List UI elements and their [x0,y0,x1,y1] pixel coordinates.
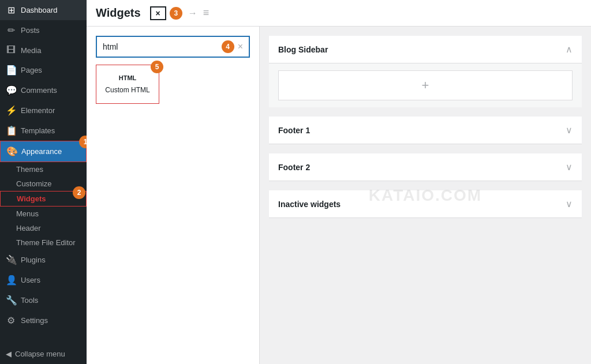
sidebar-item-users[interactable]: 👤 Users [0,270,87,290]
tools-icon: 🔧 [6,295,16,306]
sidebar-item-label: Dashboard [21,6,58,14]
footer1-section: Footer 1 ∨ [269,117,582,144]
sidebar-item-label: Plugins [21,256,46,264]
step4-badge: 4 [222,40,234,53]
blog-sidebar-content: + [269,63,582,107]
footer2-header[interactable]: Footer 2 ∨ [269,153,582,181]
footer2-toggle-icon[interactable]: ∨ [566,162,573,172]
plugins-icon: 🔌 [6,254,16,265]
menu-lines-icon[interactable]: ≡ [203,7,210,19]
sidebar-item-templates[interactable]: 📋 Templates [0,121,87,141]
widgets-panel: 4 × HTML 5 Custom HTML [87,27,260,364]
users-icon: 👤 [6,275,16,286]
sidebar-item-settings[interactable]: ⚙ Settings [0,310,87,331]
inactive-widgets-header[interactable]: Inactive widgets ∨ [269,190,582,218]
forward-arrow-icon: → [188,8,197,18]
footer1-title: Footer 1 [278,126,310,135]
sidebar-item-pages[interactable]: 📄 Pages [0,60,87,80]
collapse-icon: ◀ [6,350,12,358]
step3-badge: 3 [170,7,182,20]
page-title: Widgets [96,6,141,20]
sidebar-item-label: Appearance [21,147,62,156]
footer1-header[interactable]: Footer 1 ∨ [269,117,582,144]
sidebar-item-tools[interactable]: 🔧 Tools [0,290,87,310]
sidebar-item-label: Templates [21,126,55,135]
appearance-submenu: Themes Customize 2 Widgets Menus Header … [0,162,87,250]
topbar: Widgets × 3 → ≡ [87,0,591,27]
templates-icon: 📋 [6,125,16,136]
footer2-section: Footer 2 ∨ [269,153,582,181]
search-input[interactable] [103,42,218,51]
sidebar-item-label: Posts [21,26,40,35]
sidebar-item-label: Comments [21,86,57,95]
submenu-theme-file-editor[interactable]: Theme File Editor [0,235,87,250]
collapse-label: Collapse menu [15,350,65,358]
main-area: Widgets × 3 → ≡ 4 × HTML 5 Custom HTML [87,0,591,364]
sidebar-item-label: Pages [21,66,42,74]
sidebar-item-label: Media [21,46,41,55]
sidebar-item-appearance[interactable]: 🎨 Appearance [1,141,86,162]
blog-sidebar-header[interactable]: Blog Sidebar ∧ [269,36,582,63]
custom-html-widget-card[interactable]: HTML 5 Custom HTML [96,65,159,104]
sidebar-item-comments[interactable]: 💬 Comments [0,80,87,100]
media-icon: 🎞 [6,45,16,55]
footer2-title: Footer 2 [278,163,310,172]
inactive-widgets-title: Inactive widgets [278,200,341,209]
search-box: 4 × [96,36,250,58]
sidebar: ⊞ Dashboard ✏ Posts 🎞 Media 📄 Pages 💬 Co… [0,0,87,364]
section-separator-1 [269,112,582,117]
section-separator-2 [269,149,582,153]
areas-panel: KATAIO.COM Blog Sidebar ∧ + Footer 1 ∨ [260,27,591,364]
settings-icon: ⚙ [6,315,16,326]
blog-sidebar-title: Blog Sidebar [278,45,328,54]
sidebar-item-label: Users [21,276,40,284]
sidebar-item-elementor[interactable]: ⚡ Elementor [0,100,87,121]
footer1-toggle-icon[interactable]: ∨ [566,125,573,136]
sidebar-item-label: Tools [21,296,38,305]
step1-badge: 1 [79,136,87,148]
blog-sidebar-add-button[interactable]: + [278,70,573,100]
widget-card-bottom-label: Custom HTML [102,86,153,94]
inactive-widgets-section: Inactive widgets ∨ [269,190,582,218]
step5-badge: 5 [151,61,163,73]
appearance-icon: 🎨 [6,146,17,157]
step2-badge: 2 [73,186,85,199]
dashboard-icon: ⊞ [6,5,16,16]
blog-sidebar-section: Blog Sidebar ∧ + [269,36,582,107]
submenu-header[interactable]: Header [0,221,87,235]
sidebar-item-dashboard[interactable]: ⊞ Dashboard [0,0,87,20]
submenu-menus[interactable]: Menus [0,207,87,221]
widget-card-top-label: HTML [102,74,153,81]
close-button[interactable]: × [150,6,166,20]
blog-sidebar-toggle-icon[interactable]: ∧ [566,44,573,55]
submenu-themes[interactable]: Themes [0,162,87,177]
comments-icon: 💬 [6,85,16,96]
collapse-menu-button[interactable]: ◀ Collapse menu [0,344,87,364]
sidebar-item-label: Elementor [21,106,55,115]
sidebar-item-media[interactable]: 🎞 Media [0,40,87,60]
section-separator-3 [269,186,582,190]
sidebar-item-plugins[interactable]: 🔌 Plugins [0,250,87,270]
inactive-widgets-toggle-icon[interactable]: ∨ [566,198,573,209]
sidebar-item-posts[interactable]: ✏ Posts [0,20,87,40]
elementor-icon: ⚡ [6,105,16,116]
pages-icon: 📄 [6,65,16,76]
posts-icon: ✏ [6,25,16,36]
content-area: 4 × HTML 5 Custom HTML KATAIO.COM Blog S… [87,27,591,364]
search-clear-button[interactable]: × [238,42,243,52]
sidebar-item-label: Settings [21,316,48,325]
